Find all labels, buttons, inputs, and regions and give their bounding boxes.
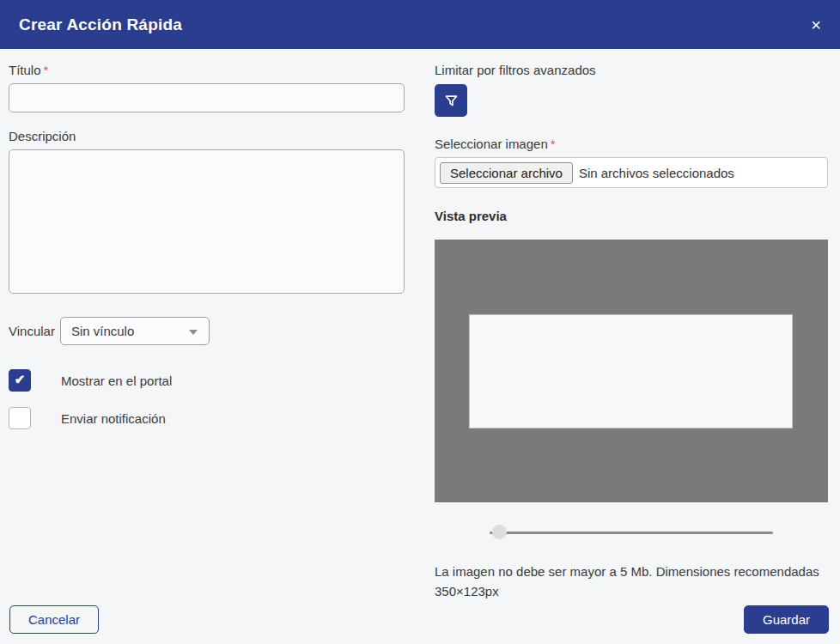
notificacion-checkbox-row: Enviar notificación (9, 407, 405, 429)
chevron-down-icon (189, 330, 198, 335)
cancel-button[interactable]: Cancelar (9, 605, 99, 634)
filter-button[interactable] (435, 84, 467, 117)
dialog-title: Crear Acción Rápida (19, 15, 182, 34)
enviar-notificacion-label: Enviar notificación (61, 411, 166, 426)
right-column: Limitar por filtros avanzados Selecciona… (435, 49, 828, 601)
portal-checkbox-row: Mostrar en el portal (9, 369, 405, 392)
descripcion-textarea[interactable] (9, 149, 405, 294)
funnel-icon (444, 94, 459, 108)
file-select-button[interactable]: Seleccionar archivo (440, 162, 573, 184)
dialog-header: Crear Acción Rápida × (0, 0, 840, 49)
filtros-label: Limitar por filtros avanzados (435, 63, 828, 77)
close-icon[interactable]: × (807, 13, 825, 37)
zoom-slider[interactable] (490, 525, 773, 540)
required-asterisk: * (551, 137, 556, 151)
image-requirements-text: La imagen no debe ser mayor a 5 Mb. Dime… (435, 562, 828, 601)
image-preview-area (435, 240, 828, 502)
vincular-row: Vincular Sin vínculo (9, 317, 405, 345)
seleccionar-imagen-label: Seleccionar imagen* (435, 137, 828, 151)
required-asterisk: * (44, 63, 49, 77)
slider-track[interactable] (490, 532, 773, 534)
save-button[interactable]: Guardar (744, 605, 829, 634)
titulo-input[interactable] (9, 83, 405, 112)
descripcion-label: Descripción (9, 129, 405, 143)
vincular-selected-value: Sin vínculo (71, 324, 134, 338)
file-status-text: Sin archivos seleccionados (579, 166, 734, 180)
dialog-footer: Cancelar Guardar (9, 605, 829, 634)
mostrar-portal-checkbox[interactable] (9, 369, 31, 392)
enviar-notificacion-checkbox[interactable] (9, 407, 31, 429)
vista-previa-label: Vista previa (435, 209, 828, 223)
vincular-select[interactable]: Sin vínculo (60, 317, 210, 345)
crop-region[interactable] (470, 315, 792, 428)
slider-handle[interactable] (492, 525, 507, 539)
vincular-label: Vincular (9, 324, 55, 338)
create-quick-action-dialog: Crear Acción Rápida × Título* Descripció… (0, 0, 840, 644)
titulo-label: Título* (9, 63, 405, 77)
file-input[interactable]: Seleccionar archivo Sin archivos selecci… (435, 157, 828, 188)
left-column: Título* Descripción Vincular Sin vínculo… (9, 49, 405, 429)
mostrar-portal-label: Mostrar en el portal (61, 374, 172, 388)
